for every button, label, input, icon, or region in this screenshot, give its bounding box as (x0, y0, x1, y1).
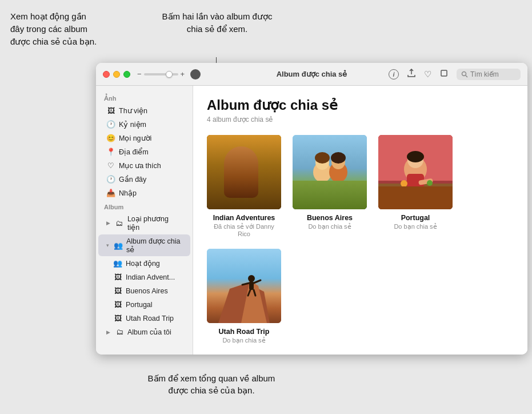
album-name-buenos: Buenos Aires (307, 214, 353, 222)
sidebar-label-moi-nguoi: Mọi người (119, 134, 151, 142)
sidebar-label-muc-ua-thich: Mục ưa thích (119, 161, 161, 170)
close-button[interactable] (103, 71, 110, 78)
sidebar-item-thu-vien[interactable]: 🖼 Thư viện (98, 104, 190, 117)
svg-point-6 (231, 140, 257, 156)
fullscreen-button[interactable] (123, 71, 130, 78)
sidebar-section-album: Album (96, 200, 193, 212)
info-button[interactable]: i (389, 69, 399, 79)
album-item-indian[interactable]: Indian Adventures Đã chia sẻ với Danny R… (207, 135, 281, 237)
album-thumb-utah (207, 249, 281, 323)
sidebar-label-ky-niem: Kỷ niệm (119, 120, 146, 129)
svg-rect-22 (378, 192, 453, 209)
sidebar-item-muc-ua-thich[interactable]: ♡ Mục ưa thích (98, 159, 190, 172)
my-album-icon: 🗂 (115, 328, 124, 336)
sidebar-item-utah[interactable]: 🖼 Utah Road Trip (98, 312, 190, 325)
share-icon[interactable] (407, 69, 416, 79)
album-name-utah: Utah Road Trip (219, 328, 270, 336)
svg-point-8 (230, 161, 246, 174)
zoom-plus[interactable]: + (181, 70, 185, 78)
albums-grid: Indian Adventures Đã chia sẻ với Danny R… (207, 135, 514, 344)
places-icon: 📍 (106, 148, 115, 156)
svg-point-33 (248, 275, 255, 282)
search-box[interactable] (457, 69, 521, 80)
sidebar-label-buenos: Buenos Aires (126, 287, 168, 295)
shared-album-icon: 👥 (114, 241, 123, 250)
sidebar-label-portugal: Portugal (126, 301, 153, 309)
sidebar-item-nhap[interactable]: 📥 Nhập (98, 186, 190, 200)
sidebar-label-utah: Utah Road Trip (126, 315, 174, 323)
zoom-thumb (166, 71, 173, 78)
svg-rect-0 (441, 70, 447, 76)
indian-album-icon: 🖼 (113, 273, 122, 281)
sidebar-label-indian: Indian Advent... (126, 273, 175, 281)
buenos-album-icon: 🖼 (113, 286, 122, 295)
svg-point-28 (401, 180, 407, 187)
people-icon: 😊 (106, 134, 115, 142)
heart-icon[interactable]: ♡ (424, 69, 431, 79)
svg-rect-18 (293, 192, 367, 209)
expand-icon-shared: ▾ (106, 242, 109, 248)
favorites-icon: ♡ (106, 161, 115, 170)
svg-point-5 (233, 140, 255, 165)
album-item-utah[interactable]: Utah Road Trip Do bạn chia sẻ (207, 249, 281, 344)
album-sub-indian: Đã chia sẻ với Danny Rico (207, 223, 281, 237)
page-title: Album được chia sẻ (207, 97, 514, 113)
svg-point-9 (242, 161, 258, 174)
sidebar-label-thu-vien: Thư viện (119, 106, 147, 115)
zoom-slider[interactable] (144, 73, 178, 75)
utah-album-icon: 🖼 (113, 314, 122, 323)
svg-point-26 (407, 151, 424, 162)
sidebar-item-portugal[interactable]: 🖼 Portugal (98, 298, 190, 311)
photos-window: − + Album được chia sẻ i ♡ (96, 63, 527, 355)
sidebar-label-loai-phuong-tien: Loại phương tiện (127, 214, 182, 232)
sidebar-label-album-cua-toi: Album của tôi (127, 328, 171, 336)
album-thumb-buenos (293, 135, 367, 209)
album-name-portugal: Portugal (401, 214, 430, 222)
album-sub-buenos: Do bạn chia sẻ (308, 223, 351, 230)
traffic-lights (103, 71, 130, 78)
zoom-control: − + (137, 69, 201, 79)
sidebar: Ảnh 🖼 Thư viện 🕐 Kỷ niệm 😊 Mọi người 📍 Đ… (96, 86, 193, 355)
album-item-buenos[interactable]: Buenos Aires Do bạn chia sẻ (293, 135, 367, 237)
sidebar-label-gan-day: Gần đây (119, 175, 146, 184)
zoom-mode-button[interactable] (190, 69, 201, 79)
search-input[interactable] (470, 70, 516, 78)
album-thumb-portugal (378, 135, 453, 209)
sidebar-item-gan-day[interactable]: 🕐 Gần đây (98, 173, 190, 186)
sidebar-item-loai-phuong-tien[interactable]: ▶ 🗂 Loại phương tiện (98, 212, 190, 234)
expand-icon-media: ▶ (106, 220, 110, 226)
svg-point-17 (331, 152, 346, 164)
memories-icon: 🕐 (106, 120, 115, 129)
expand-icon-myalbum: ▶ (106, 329, 110, 335)
sidebar-section-anh: Ảnh (96, 91, 193, 104)
sidebar-item-dia-diem[interactable]: 📍 Địa điểm (98, 145, 190, 158)
sidebar-item-moi-nguoi[interactable]: 😊 Mọi người (98, 132, 190, 145)
album-item-portugal[interactable]: Portugal Do bạn chia sẻ (378, 135, 453, 237)
svg-point-29 (427, 180, 433, 186)
svg-point-1 (462, 71, 466, 75)
crop-icon[interactable] (439, 69, 449, 79)
media-type-icon: 🗂 (115, 219, 124, 228)
svg-rect-4 (207, 135, 281, 209)
zoom-minus[interactable]: − (137, 70, 142, 78)
page-subtitle: 4 album được chia sẻ (207, 116, 514, 124)
import-icon: 📥 (106, 189, 115, 197)
sidebar-item-indian[interactable]: 🖼 Indian Advent... (98, 270, 190, 284)
portugal-album-icon: 🖼 (113, 300, 122, 309)
annotation-topcenter: Bấm hai lần vào album được chia sẻ để xe… (160, 10, 274, 35)
sidebar-item-buenos[interactable]: 🖼 Buenos Aires (98, 284, 190, 297)
sidebar-item-ky-niem[interactable]: 🕐 Kỷ niệm (98, 118, 190, 131)
annotation-bottom: Bấm để xem tổng quan về album được chia … (137, 372, 286, 397)
svg-line-2 (466, 75, 467, 77)
sidebar-item-album-chia-se[interactable]: ▾ 👥 Album được chia sẻ (98, 234, 190, 256)
sidebar-item-album-cua-toi[interactable]: ▶ 🗂 Album của tôi (98, 325, 190, 339)
sidebar-label-nhap: Nhập (119, 189, 137, 197)
sidebar-item-hoat-dong[interactable]: 👥 Hoạt động (98, 257, 190, 270)
sidebar-label-hoat-dong: Hoạt động (126, 259, 160, 268)
minimize-button[interactable] (113, 71, 120, 78)
svg-point-16 (315, 152, 330, 164)
album-thumb-indian (207, 135, 281, 209)
titlebar: − + Album được chia sẻ i ♡ (96, 63, 527, 86)
album-name-indian: Indian Adventures (213, 214, 275, 222)
annotation-topleft: Xem hoạt động gần đây trong các album đư… (10, 10, 102, 47)
